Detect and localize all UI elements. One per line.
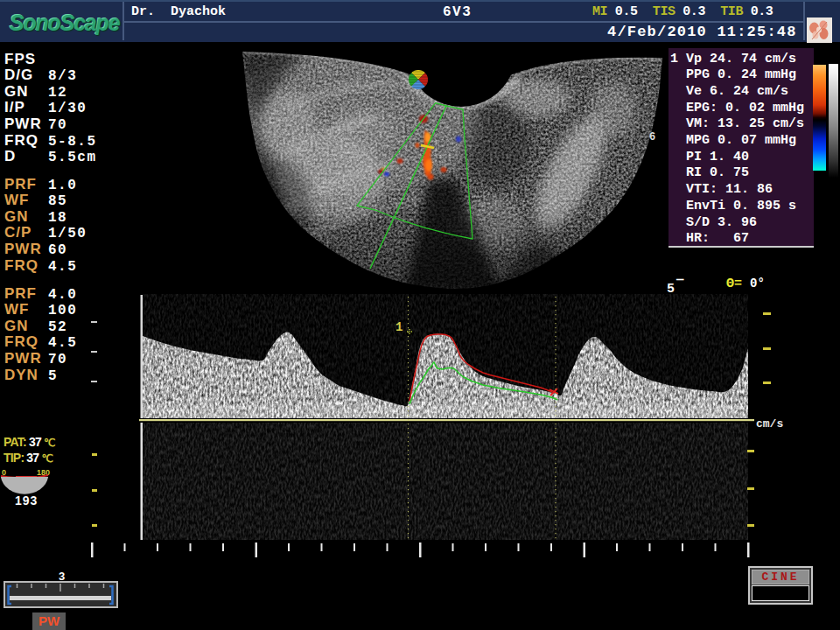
svg-text:1: 1: [396, 320, 402, 334]
svg-text:6: 6: [649, 131, 655, 144]
svg-text:cm/s: cm/s: [756, 417, 783, 430]
